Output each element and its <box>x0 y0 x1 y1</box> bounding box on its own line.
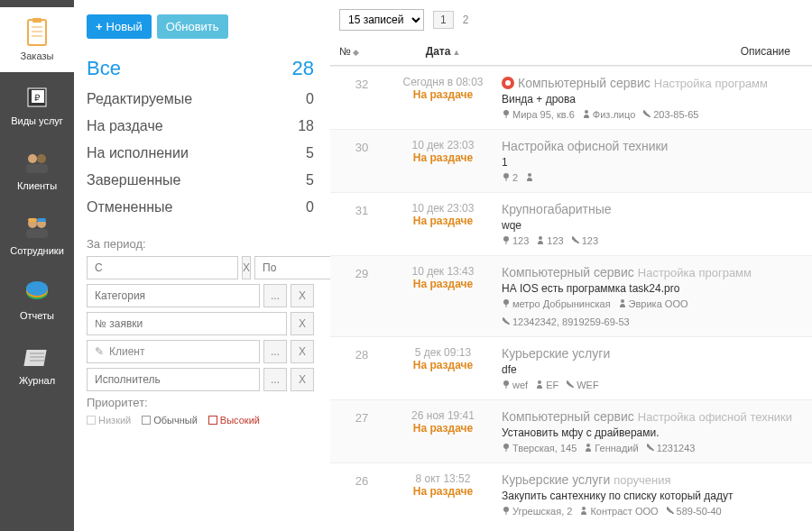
table-row[interactable]: 3010 дек 23:03На раздачеНастройка офисно… <box>330 129 812 192</box>
svg-rect-10 <box>26 164 48 173</box>
row-title: Настройка офисной техники <box>502 139 803 153</box>
executor-browse[interactable]: ... <box>263 368 287 391</box>
category-item[interactable]: На раздаче18 <box>87 113 314 140</box>
page-2[interactable]: 2 <box>463 14 469 26</box>
row-date: 5 дек 09:13На раздаче <box>384 346 502 390</box>
row-desc: wqe <box>502 219 803 232</box>
svg-point-32 <box>538 380 541 384</box>
row-date: 8 окт 13:52На раздаче <box>384 472 502 517</box>
row-title: Компьютерный сервис Настройка программ <box>502 265 803 279</box>
row-desc: Закупить сантехнику по списку который да… <box>502 490 803 502</box>
new-button[interactable]: Новый <box>87 14 152 39</box>
category-browse[interactable]: ... <box>263 284 287 307</box>
executor-input[interactable] <box>87 368 260 391</box>
table-row[interactable]: 2910 дек 13:43На раздачеКомпьютерный сер… <box>330 255 812 336</box>
nav-staff[interactable]: Сотрудники <box>0 202 74 267</box>
nav-reports[interactable]: Отчеты <box>0 267 74 332</box>
row-num: 31 <box>339 202 384 246</box>
row-num: 28 <box>339 346 384 390</box>
checkbox-icon <box>87 416 96 425</box>
meta-item: Геннадий <box>584 443 638 453</box>
table-row[interactable]: 2726 ноя 19:41На раздачеКомпьютерный сер… <box>330 399 812 462</box>
phone-icon <box>566 380 575 390</box>
svg-point-34 <box>586 444 590 447</box>
row-meta: 2 <box>502 172 803 183</box>
pin-icon <box>502 506 511 517</box>
table-row[interactable]: 32Сегодня в 08:03На раздачеКомпьютерный … <box>330 66 812 129</box>
pager: 15 записей 1 2 <box>330 9 812 38</box>
row-num: 30 <box>339 139 384 183</box>
category-label: На исполнении <box>87 145 189 161</box>
category-count: 5 <box>306 145 314 161</box>
category-item[interactable]: Все28 <box>87 51 314 86</box>
date-from-input[interactable] <box>87 256 238 279</box>
row-status: На раздаче <box>384 422 502 435</box>
col-num[interactable]: №◆ <box>339 45 384 58</box>
client-browse[interactable]: ... <box>263 340 287 363</box>
refresh-button[interactable]: Обновить <box>157 14 228 39</box>
page-1[interactable]: 1 <box>433 11 454 29</box>
row-body: Компьютерный сервис Настройка программВи… <box>502 76 803 120</box>
row-title: Курьерские услуги поручения <box>502 472 803 487</box>
table-row[interactable]: 285 дек 09:13На раздачеКурьерские услуги… <box>330 336 812 399</box>
row-desc: Установить мфу с драйверами. <box>502 426 803 439</box>
pin-icon <box>502 172 511 183</box>
row-body: Курьерские услуги порученияЗакупить сант… <box>502 472 803 517</box>
page-size-select[interactable]: 15 записей <box>339 9 424 31</box>
nav-services[interactable]: ₽ Виды услуг <box>0 72 74 137</box>
user-icon <box>618 298 627 309</box>
table-row[interactable]: 3110 дек 23:03На раздачеКрупногабаритные… <box>330 192 812 255</box>
meta-item: WEF <box>566 380 598 390</box>
pin-icon <box>502 235 511 246</box>
row-desc: dfe <box>502 363 803 376</box>
meta-item: 123 <box>536 235 563 246</box>
nav-journal[interactable]: Журнал <box>0 332 74 397</box>
meta-item: wef <box>502 380 528 390</box>
category-item[interactable]: На исполнении5 <box>87 140 314 167</box>
priority-normal[interactable]: Обычный <box>142 415 198 426</box>
nav-label: Заказы <box>0 50 74 61</box>
row-meta: wefEFWEF <box>502 380 803 390</box>
client-input[interactable]: ✎ Клиент <box>87 340 260 363</box>
user-icon <box>535 380 544 390</box>
row-meta: Мира 95, кв.6Физ.лицо203-85-65 <box>502 109 803 120</box>
table-row[interactable]: 268 окт 13:52На раздачеКурьерские услуги… <box>330 462 812 526</box>
category-item[interactable]: Завершенные5 <box>87 167 314 194</box>
ticket-input[interactable] <box>87 312 287 335</box>
clipboard-icon <box>21 18 53 47</box>
svg-rect-19 <box>23 350 46 366</box>
col-desc[interactable]: Описание <box>502 45 803 58</box>
clear-ticket[interactable]: X <box>291 312 314 335</box>
svg-point-8 <box>28 154 37 163</box>
user-icon <box>525 172 534 183</box>
row-status: На раздаче <box>384 359 502 371</box>
row-desc: 1 <box>502 156 803 169</box>
category-input[interactable] <box>87 284 260 307</box>
category-item[interactable]: Редактируемые0 <box>87 86 314 113</box>
nav-label: Клиенты <box>0 180 74 191</box>
row-meta: 123123123 <box>502 235 803 246</box>
row-meta: метро ДобрынинскаяЭврика ООО12342342, 89… <box>502 298 803 327</box>
nav-label: Виды услуг <box>0 115 74 126</box>
svg-rect-14 <box>37 218 46 222</box>
row-status: На раздаче <box>384 151 502 164</box>
clear-executor[interactable]: X <box>291 368 314 391</box>
user-icon <box>536 235 545 246</box>
priority-high[interactable]: Высокий <box>208 415 260 426</box>
clear-category[interactable]: X <box>291 284 314 307</box>
row-title: Курьерские услуги <box>502 346 803 361</box>
checkbox-icon <box>142 416 151 425</box>
category-item[interactable]: Отмененные0 <box>87 194 314 221</box>
nav-orders[interactable]: Заказы <box>0 7 74 72</box>
svg-rect-0 <box>28 20 46 45</box>
row-desc: Винда + дрова <box>502 93 803 105</box>
nav-clients[interactable]: Клиенты <box>0 137 74 202</box>
sort-icon: ◆ <box>353 48 359 57</box>
priority-low[interactable]: Низкий <box>87 415 131 426</box>
period-label: За период: <box>87 237 314 251</box>
meta-item: EF <box>535 380 558 390</box>
clear-from[interactable]: X <box>242 256 251 279</box>
category-count: 18 <box>298 118 314 134</box>
clear-client[interactable]: X <box>291 340 314 363</box>
col-date[interactable]: Дата▲ <box>384 45 502 58</box>
